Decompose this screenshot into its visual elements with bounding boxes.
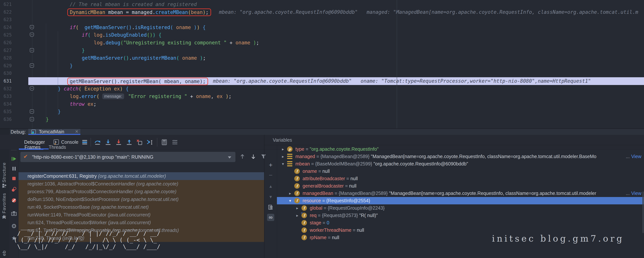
- inline-debugger-hint: mbean: "org.apache.coyote.RequestInfo@60…: [213, 78, 591, 84]
- line-number: 627: [0, 47, 12, 54]
- code-line-626[interactable]: 626log.debug("Unregistering existing com…: [0, 39, 644, 47]
- variable-row-generalBroadcaster[interactable]: fgeneralBroadcaster = null: [277, 182, 644, 190]
- stack-frame-row[interactable]: registerComponent:631, Registry (org.apa…: [18, 172, 264, 180]
- code-token: "Unregistering existing component ": [123, 40, 227, 46]
- code-token: (: [176, 55, 182, 61]
- code-text: throw ex;: [70, 100, 96, 108]
- variable-name: req: [310, 213, 316, 218]
- tab-threads[interactable]: Threads: [49, 145, 66, 150]
- variable-row-managed[interactable]: ▸managed = {ManagedBean@2589} "ManagedBe…: [277, 153, 644, 160]
- stack-frame-row[interactable]: runWorker:1149, ThreadPoolExecutor (java…: [18, 211, 264, 219]
- fold-marker[interactable]: [30, 33, 34, 37]
- pause-icon[interactable]: [11, 165, 17, 172]
- close-icon[interactable]: ✕: [75, 129, 78, 134]
- code-token: getMBeanServer().registerMBean( mbean, o…: [70, 79, 206, 84]
- thread-dump-camera-icon[interactable]: [11, 210, 17, 217]
- code-line-631[interactable]: 631getMBeanServer().registerMBean( mbean…: [0, 77, 644, 85]
- fold-marker[interactable]: [30, 48, 34, 52]
- variable-value: "org.apache.coyote.RequestInfo@6090bddb": [374, 161, 468, 166]
- stripe-item-debug[interactable]: eb: [2, 250, 7, 256]
- code-token: ex: [88, 101, 93, 107]
- show-watches-infinity-icon[interactable]: ∞: [267, 214, 274, 221]
- code-token: }: [58, 86, 61, 92]
- stack-frame-row[interactable]: process:799, AbstractProtocol$Connection…: [18, 188, 264, 195]
- fold-marker[interactable]: [30, 25, 34, 29]
- code-segments: throw ex;: [70, 101, 96, 107]
- code-segments: // The real mbean is created and registe…: [70, 2, 197, 7]
- code-line-625[interactable]: 625if( log.isDebugEnabled()) {: [0, 31, 644, 39]
- variable-row-workerThreadName[interactable]: fworkerThreadName = null: [277, 226, 644, 234]
- view-link[interactable]: View: [631, 153, 641, 160]
- resume-icon[interactable]: [11, 156, 17, 162]
- chevron-down-icon[interactable]: ▾: [281, 160, 285, 167]
- code-token: }: [58, 109, 61, 114]
- chevron-right-icon[interactable]: ▸: [281, 145, 285, 153]
- fold-marker[interactable]: [30, 117, 34, 121]
- code-line-623[interactable]: 623: [0, 16, 644, 24]
- site-watermark: initsec blog.gm7.org: [492, 233, 624, 244]
- variable-name: managedBean: [302, 191, 333, 196]
- duplicate-watch-icon[interactable]: [267, 204, 274, 211]
- code-line-632[interactable]: 632} catch( Exception ex) {: [0, 85, 644, 93]
- next-frame-icon[interactable]: [250, 153, 257, 161]
- variable-row-mbean[interactable]: ▾mbean = {BaseModelMBean@2599} "org.apac…: [277, 160, 644, 167]
- run-tab-tomcatmain[interactable]: TomcatMain ✕: [28, 129, 80, 135]
- variable-value: "ManagedBean[name=org.apache.coyote.Requ…: [389, 191, 596, 196]
- stack-frame-row[interactable]: doRun:1500, NioEndpoint$SocketProcessor …: [18, 195, 264, 203]
- variable-row-global[interactable]: ▸fglobal = {RequestGroupInfo@2243}: [277, 204, 644, 212]
- field-icon: f: [294, 176, 300, 181]
- stack-frame-row[interactable]: register:1036, AbstractProtocol$Connecti…: [18, 180, 264, 188]
- chevron-right-icon[interactable]: ▸: [295, 212, 300, 219]
- variable-row-resource[interactable]: ▾fresource = {RequestInfo@2554}: [277, 197, 644, 204]
- remove-watch-icon[interactable]: −: [267, 171, 274, 179]
- code-token: .: [102, 32, 106, 38]
- code-line-628[interactable]: 628getMBeanServer().unregisterMBean( ona…: [0, 54, 644, 62]
- stop-icon[interactable]: [11, 175, 17, 182]
- code-line-636[interactable]: 636}: [0, 116, 644, 123]
- code-line-624[interactable]: 624if( getMBeanServer().isRegistered( on…: [0, 24, 644, 31]
- previous-frame-icon[interactable]: [240, 153, 246, 161]
- move-down-icon[interactable]: ▼: [267, 193, 274, 201]
- variable-value: =: [333, 191, 339, 196]
- stack-frame-row[interactable]: run:49, SocketProcessorBase (org.apache.…: [18, 203, 264, 211]
- code-token: ): [197, 55, 203, 61]
- code-line-622[interactable]: 622DynamicMBean mbean = managed.createMB…: [0, 8, 644, 16]
- variable-row-oname[interactable]: foname = null: [277, 167, 644, 175]
- code-line-629[interactable]: 629}: [0, 62, 644, 70]
- variable-row-req[interactable]: ▸freq = {Request@2573} "R( null)": [277, 212, 644, 219]
- code-token: bean: [191, 10, 203, 15]
- chevron-right-icon[interactable]: ▸: [281, 153, 285, 160]
- code-line-621[interactable]: 621// The real mbean is created and regi…: [0, 1, 644, 8]
- line-number: 621: [0, 1, 12, 8]
- variable-row-attributeBroadcaster[interactable]: fattributeBroadcaster = null: [277, 175, 644, 182]
- fold-marker[interactable]: [30, 87, 34, 91]
- chevron-right-icon[interactable]: ▸: [288, 190, 292, 197]
- code-line-627[interactable]: 627}: [0, 47, 644, 54]
- scrollbar-thumb[interactable]: [642, 191, 644, 233]
- view-breakpoints-icon[interactable]: [11, 186, 17, 193]
- callout-box: getMBeanServer().registerMBean( mbean, o…: [67, 78, 208, 85]
- code-token: log: [94, 32, 102, 38]
- code-token: unregisterMBean: [132, 55, 176, 61]
- code-line-630[interactable]: 630: [0, 70, 644, 77]
- thread-selector[interactable]: ✔ "http-nio-8080-exec-1"@2,130 in group …: [20, 152, 236, 162]
- variable-name: oname: [302, 168, 317, 174]
- code-line-633[interactable]: 633log.error( message: "Error registerin…: [0, 93, 644, 100]
- chevron-right-icon[interactable]: ▸: [295, 204, 300, 212]
- view-link[interactable]: View: [631, 190, 641, 197]
- code-line-635[interactable]: 635}: [0, 108, 644, 116]
- variable-row-type[interactable]: ▸ptype = "org.apache.coyote.RequestInfo": [277, 145, 644, 153]
- code-token: [90, 32, 94, 38]
- code-editor[interactable]: 621// The real mbean is created and regi…: [0, 0, 644, 129]
- code-line-634[interactable]: 634throw ex;: [0, 100, 644, 108]
- chevron-down-icon[interactable]: ▾: [288, 197, 292, 204]
- move-up-icon[interactable]: ▲: [267, 183, 274, 190]
- variable-value: {Request@2573}: [322, 213, 359, 218]
- mute-breakpoints-icon[interactable]: [11, 197, 17, 204]
- fold-marker[interactable]: [30, 109, 34, 114]
- star-icon: ★: [2, 213, 6, 220]
- fold-marker[interactable]: [30, 64, 34, 68]
- variable-row-managedBean[interactable]: ▸fmanagedBean = {ManagedBean@2589} "Mana…: [277, 190, 644, 197]
- add-watch-icon[interactable]: +: [267, 161, 274, 168]
- variable-row-stage[interactable]: fstage = 0: [277, 219, 644, 226]
